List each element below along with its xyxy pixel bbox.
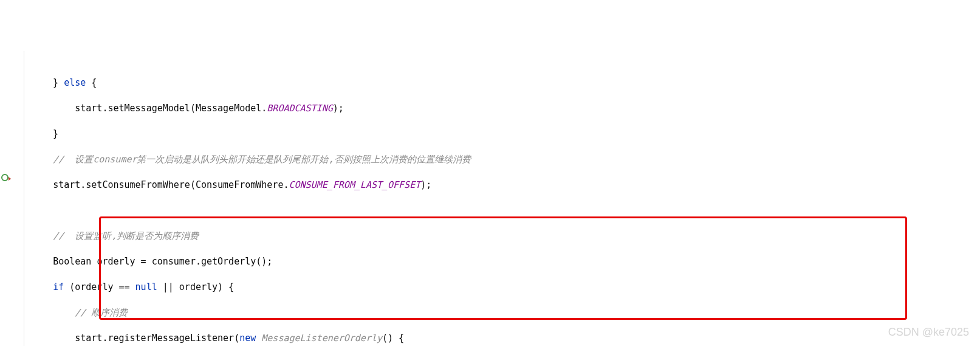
override-gutter-icon[interactable] (1, 174, 9, 181)
code-line[interactable] (27, 204, 980, 217)
constant: BROADCASTING (267, 103, 332, 114)
type: Boolean (53, 256, 91, 267)
constant: CONSUME_FROM_LAST_OFFSET (289, 179, 420, 190)
code-line[interactable]: start.setMessageModel(MessageModel.BROAD… (27, 102, 980, 115)
keyword-if: if (53, 282, 64, 292)
code-line[interactable]: if (orderly == null || orderly) { (27, 281, 980, 294)
anon-class: MessageListenerOrderly (261, 333, 382, 344)
method: setMessageModel (108, 103, 190, 114)
keyword-else: else (64, 77, 86, 88)
code-editor[interactable]: } else { start.setMessageModel(MessageMo… (0, 51, 980, 346)
code-line[interactable]: Boolean orderly = consumer.getOrderly(); (27, 255, 980, 268)
code-line[interactable]: start.registerMessageListener(new Messag… (27, 332, 980, 345)
method: registerMessageListener (108, 333, 234, 344)
var: start (75, 103, 102, 114)
code-line[interactable]: // 顺序消费 (27, 306, 980, 319)
comment: // 设置监听,判断是否为顺序消费 (53, 230, 199, 241)
code-line[interactable]: } else { (27, 77, 980, 89)
comment: // 顺序消费 (75, 307, 128, 318)
method: getOrderly (201, 256, 256, 267)
gutter (0, 51, 24, 346)
code-line[interactable]: start.setConsumeFromWhere(ConsumeFromWhe… (27, 179, 980, 192)
var: orderly (75, 282, 113, 292)
var: consumer (152, 256, 196, 267)
comment: // 设置consumer第一次启动是从队列头部开始还是队列尾部开始,否则按照上… (53, 154, 470, 165)
var: start (75, 333, 102, 344)
type: MessageModel (196, 103, 261, 114)
keyword-new: new (239, 333, 256, 344)
var: start (53, 179, 80, 190)
method: setConsumeFromWhere (86, 179, 190, 190)
var: orderly (179, 282, 218, 292)
keyword-null: null (135, 282, 157, 292)
code-line[interactable]: // 设置consumer第一次启动是从队列头部开始还是队列尾部开始,否则按照上… (27, 153, 980, 166)
type: ConsumeFromWhere (196, 179, 284, 190)
code-line[interactable]: // 设置监听,判断是否为顺序消费 (27, 230, 980, 243)
var: orderly (97, 256, 135, 267)
code-line[interactable]: } (27, 128, 980, 140)
